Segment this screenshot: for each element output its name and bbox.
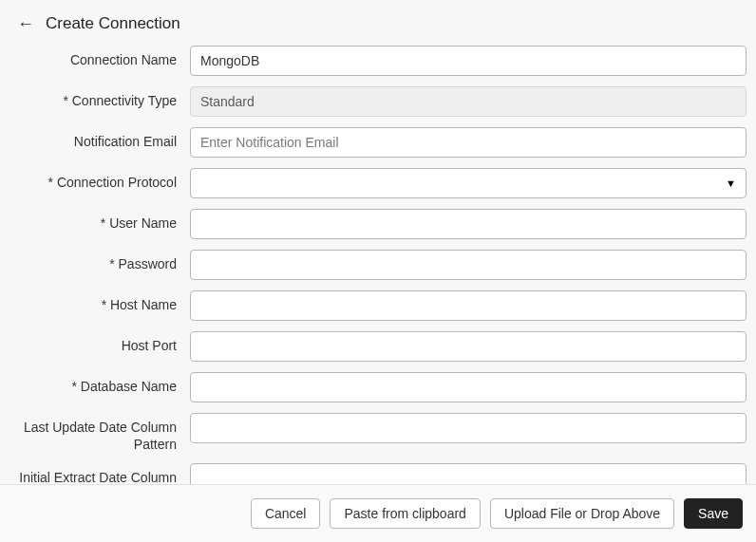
user-name-input[interactable] [190, 209, 747, 239]
label-last-update-pattern: Last Update Date Column Pattern [9, 413, 190, 453]
password-input[interactable] [190, 250, 747, 280]
label-connection-protocol: Connection Protocol [9, 168, 190, 192]
label-password: Password [9, 250, 190, 273]
save-button[interactable]: Save [684, 498, 743, 529]
connection-protocol-select[interactable]: ▼ [190, 168, 747, 198]
notification-email-input[interactable] [190, 127, 747, 158]
footer: Cancel Paste from clipboard Upload File … [0, 484, 756, 542]
database-name-input[interactable] [190, 372, 747, 402]
label-user-name: User Name [9, 209, 190, 233]
connection-name-input[interactable] [190, 46, 747, 76]
page-title: Create Connection [46, 14, 180, 33]
host-name-input[interactable] [190, 290, 747, 321]
label-connection-name: Connection Name [9, 46, 190, 69]
label-initial-extract-pattern: Initial Extract Date Column Pattern [9, 463, 190, 484]
initial-extract-pattern-input[interactable] [190, 463, 747, 484]
back-arrow-icon[interactable]: ← [11, 13, 40, 34]
host-port-input[interactable] [190, 331, 747, 362]
label-host-port: Host Port [9, 331, 190, 355]
last-update-pattern-input[interactable] [190, 413, 747, 443]
upload-file-button[interactable]: Upload File or Drop Above [490, 498, 674, 529]
connectivity-type-input [190, 86, 747, 117]
label-notification-email: Notification Email [9, 127, 190, 151]
label-database-name: Database Name [9, 372, 190, 396]
label-host-name: Host Name [9, 290, 190, 314]
cancel-button[interactable]: Cancel [251, 498, 321, 529]
chevron-down-icon: ▼ [726, 178, 736, 189]
page-header: ← Create Connection [0, 0, 756, 44]
label-connectivity-type: Connectivity Type [9, 86, 190, 110]
form-area: Connection Name Connectivity Type Notifi… [0, 44, 756, 484]
paste-from-clipboard-button[interactable]: Paste from clipboard [330, 498, 480, 529]
